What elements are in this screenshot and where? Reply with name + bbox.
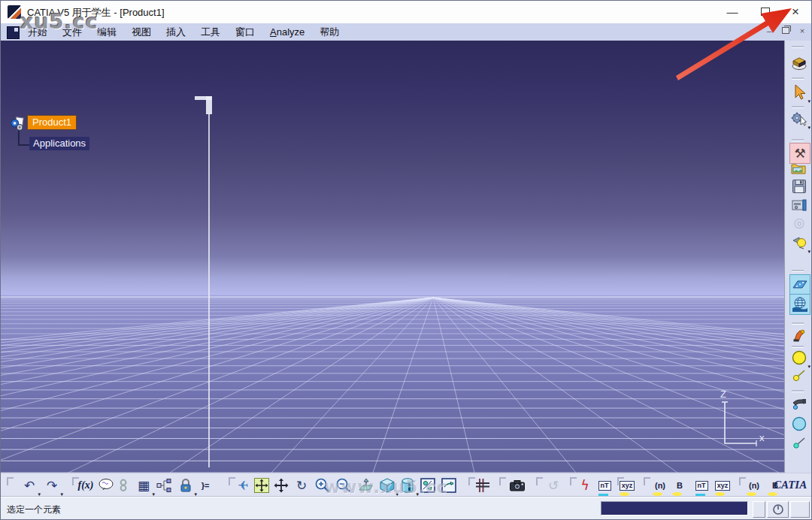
zoom-out-icon[interactable] bbox=[334, 476, 353, 495]
select-arrow-icon[interactable]: ▾ bbox=[789, 83, 809, 102]
status-message: 选定一个元素 bbox=[7, 503, 61, 516]
toolbar-handle[interactable] bbox=[7, 477, 14, 485]
point-tool-yellow-icon[interactable] bbox=[789, 367, 809, 386]
lock-icon[interactable]: ▾ bbox=[176, 476, 195, 495]
toolbar-handle[interactable] bbox=[792, 139, 804, 141]
maximize-button[interactable] bbox=[753, 1, 778, 23]
product-workbench-icon[interactable] bbox=[789, 53, 809, 72]
pan-icon[interactable] bbox=[271, 476, 291, 495]
toolbar-handle[interactable] bbox=[792, 46, 804, 47]
edit-parameter-nt-icon[interactable]: nT bbox=[595, 476, 614, 495]
titlebar: CATIA V5 用于学生 - [Product1] — × bbox=[1, 1, 811, 24]
measure-inertia-icon[interactable]: B bbox=[670, 476, 689, 495]
toolbar-handle[interactable] bbox=[792, 106, 804, 107]
fly-mode-icon-label: ✈ bbox=[238, 479, 248, 492]
undo-icon[interactable]: ↶▾ bbox=[20, 476, 39, 495]
formula-icon[interactable]: f(x) bbox=[76, 476, 95, 495]
render-style-icon[interactable]: ▾ bbox=[398, 476, 417, 495]
menu-item-view[interactable]: 视图 bbox=[124, 24, 159, 41]
measure-xyz-icon-label: xyz bbox=[620, 481, 635, 491]
update-swirl-icon[interactable]: ↺ bbox=[544, 476, 563, 495]
zoom-in-icon[interactable] bbox=[313, 476, 332, 495]
maximize-icon bbox=[761, 8, 770, 16]
normal-view-icon[interactable] bbox=[356, 476, 376, 495]
toolbar-handle[interactable] bbox=[644, 477, 650, 485]
knowledge-bolt-icon[interactable]: ϟ bbox=[575, 476, 595, 495]
minimize-button[interactable]: — bbox=[720, 1, 745, 23]
toolbar-handle[interactable] bbox=[792, 322, 804, 324]
menu-item-insert[interactable]: 插入 bbox=[159, 24, 193, 41]
mdi-restore-button[interactable] bbox=[780, 25, 792, 36]
toolbar-handle[interactable] bbox=[536, 477, 543, 485]
save-floppy-icon[interactable] bbox=[789, 177, 809, 196]
catalog-light-icon[interactable]: ▾ bbox=[789, 233, 809, 252]
disabled-circle-icon-label: ◎ bbox=[794, 216, 805, 229]
measure-n2-icon-label: (n) bbox=[749, 481, 759, 490]
redo-icon[interactable]: ↷▾ bbox=[42, 476, 62, 495]
dmu-robot-icon[interactable] bbox=[789, 325, 809, 345]
close-button[interactable]: × bbox=[783, 1, 808, 23]
frame-bracket bbox=[206, 96, 212, 114]
menu-items: 开始文件编辑视图插入工具窗口Analyze帮助 bbox=[20, 23, 347, 41]
work-grid-icon[interactable] bbox=[473, 476, 492, 495]
circle-tool-yellow-icon[interactable]: ▾ bbox=[789, 348, 809, 367]
mdi-minimize-button[interactable]: – bbox=[763, 25, 775, 36]
toolbar-handle[interactable] bbox=[792, 346, 804, 347]
split-view-icon[interactable] bbox=[418, 476, 438, 495]
menubar: 开始文件编辑视图插入工具窗口Analyze帮助 – × bbox=[1, 23, 811, 41]
product-icon[interactable] bbox=[10, 116, 26, 135]
rotate-icon[interactable]: ↻ bbox=[292, 476, 311, 495]
3d-viewport[interactable]: Product1 Applications Z x bbox=[1, 41, 784, 473]
dial-button[interactable] bbox=[767, 501, 789, 518]
toolbar-handle[interactable] bbox=[792, 390, 804, 392]
measure-xyz-icon[interactable]: xyz bbox=[617, 476, 637, 495]
point-tool-cyan-icon[interactable] bbox=[789, 434, 809, 454]
globe-environment-icon[interactable] bbox=[789, 294, 810, 315]
parameter-nt-icon[interactable]: nT bbox=[692, 476, 711, 495]
design-table-icon[interactable]: ▦▾ bbox=[134, 476, 153, 495]
surface-plane-icon[interactable] bbox=[789, 274, 810, 295]
measure-n-icon[interactable]: (n) bbox=[650, 476, 670, 495]
toolbar-handle[interactable] bbox=[792, 270, 804, 271]
capture-camera-icon[interactable] bbox=[508, 476, 527, 495]
toolbar-handle[interactable] bbox=[792, 77, 804, 79]
menu-item-help[interactable]: 帮助 bbox=[312, 24, 347, 41]
tree-item-applications[interactable]: Applications bbox=[29, 137, 89, 150]
power-input[interactable] bbox=[601, 501, 748, 515]
undo-icon-label: ↶ bbox=[24, 479, 35, 492]
measure-inertia2-icon[interactable]: B bbox=[765, 476, 785, 495]
rules-icon[interactable]: }= bbox=[195, 476, 215, 495]
link-icon[interactable] bbox=[114, 476, 133, 495]
measure-xyz2-icon[interactable]: xyz bbox=[713, 476, 732, 495]
mdi-close-button[interactable]: × bbox=[796, 25, 808, 36]
swap-view-icon[interactable] bbox=[439, 476, 459, 495]
menu-item-edit[interactable]: 编辑 bbox=[89, 24, 124, 41]
document-icon[interactable] bbox=[7, 26, 20, 39]
app-icon bbox=[8, 5, 21, 19]
status-small-button[interactable] bbox=[753, 501, 765, 518]
faucet-tool-icon[interactable] bbox=[789, 395, 809, 414]
measure-xyz2-icon-label: xyz bbox=[715, 481, 731, 491]
gear-select-icon[interactable]: ▾ bbox=[789, 109, 809, 128]
toolbar-handle[interactable] bbox=[499, 477, 506, 485]
menu-item-file[interactable]: 文件 bbox=[55, 24, 89, 41]
circle-tool-cyan-icon[interactable] bbox=[789, 414, 809, 434]
window-title: CATIA V5 用于学生 - [Product1] bbox=[27, 6, 165, 20]
menu-item-window[interactable]: 窗口 bbox=[228, 24, 262, 41]
fly-mode-icon[interactable]: ✈ bbox=[233, 476, 253, 495]
catia-window: CATIA V5 用于学生 - [Product1] — × 开始文件编辑视图插… bbox=[0, 0, 812, 520]
menu-item-tools[interactable]: 工具 bbox=[193, 24, 228, 41]
fit-all-icon[interactable] bbox=[252, 476, 271, 495]
iso-view-icon[interactable]: ▾ bbox=[377, 476, 397, 495]
tree-connector bbox=[18, 144, 29, 146]
open-folder-icon[interactable] bbox=[789, 159, 809, 178]
menu-item-analyze[interactable]: Analyze bbox=[262, 25, 312, 39]
disabled-circle-icon[interactable]: ◎ bbox=[789, 213, 809, 232]
measure-n2-icon[interactable]: (n) bbox=[744, 476, 764, 495]
menu-item-start[interactable]: 开始 bbox=[20, 24, 55, 41]
tree-item-product1[interactable]: Product1 bbox=[28, 116, 76, 129]
status-corner-button[interactable] bbox=[790, 501, 810, 518]
edit-parameter-nt-icon-label: nT bbox=[598, 481, 611, 491]
product-structure-icon[interactable] bbox=[154, 476, 174, 495]
redo-icon-label: ↷ bbox=[47, 479, 57, 492]
